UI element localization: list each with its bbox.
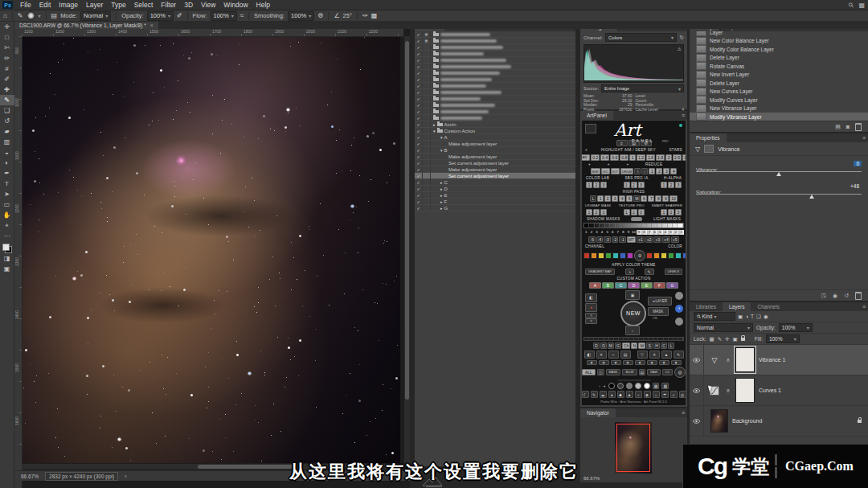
action-row[interactable]: ✓ [415, 51, 575, 57]
opacity-droplet-icon[interactable] [617, 383, 624, 389]
action-row[interactable]: ✓ [415, 89, 575, 96]
action-row[interactable]: ✓▸E [415, 192, 575, 199]
menu-file[interactable]: File [16, 0, 35, 10]
color-wheel-icon[interactable]: ⊕ [634, 250, 645, 261]
delete-state-icon[interactable] [855, 123, 862, 131]
move-tool[interactable]: ✛ [0, 22, 14, 32]
action-check-icon[interactable]: ✓ [415, 102, 423, 108]
artpanel-button-0-8[interactable]: 0.8 [620, 154, 628, 161]
smoothing-select[interactable]: 100%▾ [288, 11, 314, 21]
lock-all-icon[interactable] [741, 338, 745, 341]
artpanel-button-3[interactable]: 3 [663, 168, 669, 174]
artpanel-brush-tool-icon[interactable]: ☁ [600, 391, 607, 398]
artpanel-brush-tool-icon[interactable]: ✎ [591, 391, 598, 398]
artpanel-button-2[interactable]: 2 [631, 209, 637, 215]
source-select[interactable]: Entire Image▾ [601, 84, 684, 92]
artpanel-tool-icon[interactable]: ▽ [637, 351, 648, 359]
artpanel-button-2[interactable]: 2 [656, 168, 662, 174]
quick-mask-icon[interactable]: ◨ [0, 253, 14, 264]
action-row[interactable]: ✓ [415, 44, 575, 51]
visibility-eye-icon[interactable]: ◉ [833, 293, 837, 299]
artpanel-tool-icon[interactable]: ▲ [661, 351, 672, 359]
artpanel-layers-icon[interactable]: ◫ [597, 369, 604, 375]
action-row[interactable]: ✓ [415, 57, 575, 64]
layer-mask-thumbnail[interactable] [735, 378, 755, 403]
artpanel-button-1[interactable]: 1 [629, 154, 636, 161]
type-tool[interactable]: T [0, 178, 14, 189]
shape-tool[interactable]: ▭ [0, 199, 14, 210]
expand-caret-icon[interactable]: ▸ [440, 206, 443, 211]
delete-adjustment-icon[interactable] [855, 292, 862, 300]
color-swatch[interactable] [612, 252, 619, 259]
action-dialog-toggle[interactable] [423, 64, 431, 69]
color-swatch[interactable] [675, 252, 682, 259]
artpanel-button-4[interactable]: 4 [619, 195, 625, 202]
plus-icon[interactable]: + [608, 162, 610, 166]
action-dialog-toggle[interactable] [423, 205, 431, 211]
quick-selection-tool[interactable]: ✏ [0, 53, 14, 64]
artpanel-button-2-5[interactable]: 2.5 [673, 154, 682, 161]
slider-thumb[interactable] [809, 195, 814, 199]
action-check-icon[interactable]: ✓ [415, 160, 423, 166]
new-snapshot-icon[interactable]: ◙ [846, 124, 850, 129]
artpanel-tool-icon[interactable]: ▤ [620, 351, 631, 359]
layer-name[interactable]: Vibrance 1 [759, 357, 785, 363]
layer-name[interactable]: Curves 1 [759, 388, 781, 393]
artpanel-button-3[interactable]: 3 [600, 209, 607, 215]
artpanel-button-2[interactable]: 2 [668, 209, 674, 215]
panel-menu-icon[interactable]: ≡ [682, 408, 685, 417]
lasso-tool[interactable]: ✄ [0, 43, 14, 53]
layer-row-curves-1[interactable]: 8Curves 1 [690, 375, 868, 406]
artpanel-button-1-6[interactable]: 1.6 [646, 154, 655, 161]
curves-adjustment-icon[interactable] [704, 386, 725, 396]
action-dialog-toggle[interactable] [423, 128, 431, 133]
action-check-icon[interactable]: ✓ [415, 44, 423, 50]
history-state-row[interactable]: Delete Layer [690, 54, 868, 63]
action-row[interactable]: ✓ [415, 102, 575, 109]
artpanel-button-a[interactable]: A [589, 282, 601, 289]
menu-help[interactable]: Help [252, 0, 274, 10]
expand-caret-icon[interactable]: ▸ [440, 193, 443, 198]
lock-transparent-icon[interactable]: ▦ [710, 336, 714, 342]
action-check-icon[interactable]: ✓ [415, 166, 423, 172]
plus-icon[interactable]: + [604, 384, 606, 388]
layer-fill-select[interactable]: 100%▾ [766, 334, 800, 343]
artpanel-button-3[interactable]: 3 [638, 209, 645, 215]
eraser-tool[interactable]: ▰ [0, 126, 14, 137]
artpanel-button-0-2[interactable]: 0.2 [591, 154, 600, 161]
zoom-tool[interactable]: ⌖ [0, 220, 14, 231]
action-row[interactable]: ✓▸F [415, 199, 575, 205]
color-swatch[interactable] [591, 252, 597, 259]
opacity-droplet-icon[interactable] [635, 383, 641, 389]
action-row[interactable]: ✓Set current adjustment layer [415, 173, 575, 179]
color-theme-icon[interactable]: ◑ [625, 269, 634, 275]
artpanel-button-6[interactable]: 6 [641, 195, 647, 202]
artpanel-button-l[interactable]: L [590, 195, 596, 202]
action-row[interactable]: ✓ [415, 64, 575, 70]
menu-type[interactable]: Type [107, 0, 129, 10]
action-row[interactable]: ✓ [415, 109, 575, 115]
action-dialog-toggle[interactable] [423, 109, 431, 114]
action-check-icon[interactable]: ✓ [415, 121, 423, 127]
action-row[interactable]: ✓▦ [415, 38, 575, 44]
action-check-icon[interactable]: ✓ [415, 109, 423, 114]
lock-position-icon[interactable]: ✛ [725, 336, 729, 342]
artpanel-button-s[interactable]: S [646, 342, 653, 349]
tab-artpanel[interactable]: ArtPanel [580, 111, 613, 120]
menu-select[interactable]: Select [130, 0, 158, 10]
artpanel-button-all[interactable]: ALL [582, 369, 596, 375]
expand-caret-icon[interactable]: ▸ [433, 122, 436, 127]
action-dialog-toggle[interactable] [423, 186, 431, 191]
action-row[interactable]: ✓Make adjustment layer [415, 154, 575, 160]
artpanel-brush-tool-icon[interactable]: ▲ [626, 391, 633, 398]
expand-caret-icon[interactable]: ▸ [440, 187, 443, 191]
artpanel-brush-tool-icon[interactable]: ✓ [670, 391, 678, 398]
hand-tool[interactable]: ✋ [0, 210, 14, 220]
layer-opacity-select[interactable]: 100%▾ [779, 323, 813, 332]
artpanel-grid-icon[interactable]: ▦ [653, 383, 660, 389]
artpanel-button-3[interactable]: 3 [600, 182, 607, 188]
menu-view[interactable]: View [197, 0, 219, 10]
artpanel-button-g-c[interactable]: G/C [601, 168, 610, 174]
artpanel-button--4[interactable]: -4 [596, 236, 603, 243]
artpanel-button-2[interactable]: 2 [631, 182, 637, 188]
